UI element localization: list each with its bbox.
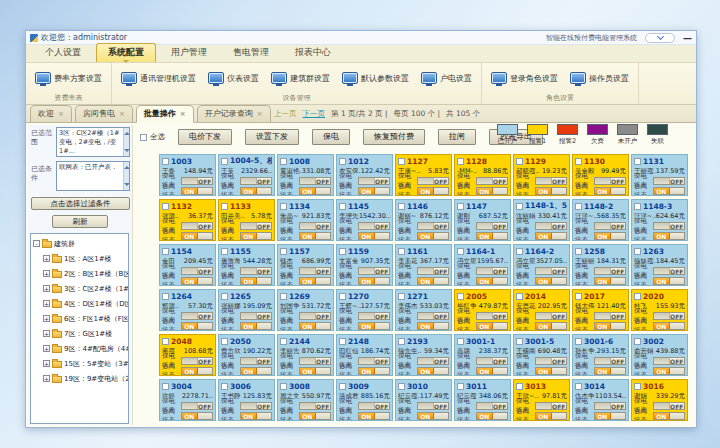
- tree-item-4[interactable]: +6区：F区1#楼（F区1#…: [33, 311, 128, 326]
- room-checkbox[interactable]: [162, 338, 169, 345]
- ribbon-button-1-2[interactable]: 建筑群设置: [266, 70, 335, 86]
- doc-tab-2[interactable]: 批量操作×: [136, 105, 194, 123]
- room-checkbox[interactable]: [221, 293, 228, 300]
- prev-page-link[interactable]: 上一页: [274, 109, 297, 119]
- ribbon-button-1-0[interactable]: 通讯管理机设置: [116, 70, 201, 86]
- room-card-3002[interactable]: 3002俞芳娟439.88元保电状态OFF合闸状态ON: [631, 334, 688, 376]
- room-card-1269[interactable]: 1269刘国争531.72元保电状态OFF合闸状态ON: [277, 289, 334, 331]
- room-card-3006[interactable]: 3006王书静125.83元保电状态OFF合闸状态ON: [218, 379, 275, 421]
- room-card-1270[interactable]: 1270王辉~..127.57元保电状态OFF合闸状态ON: [336, 289, 393, 331]
- tree-item-8[interactable]: +19区：9#变电站（2#…: [33, 371, 128, 386]
- room-card-1130[interactable]: 1130吴金毅99.49元保电状态OFF合闸状态ON: [572, 154, 629, 196]
- tree-item-6[interactable]: +9区：4#配电房（4#配…: [33, 341, 128, 356]
- room-checkbox[interactable]: [221, 338, 228, 345]
- filter-select-button[interactable]: 点击选择过滤条件: [31, 197, 130, 210]
- toolbar-button-4[interactable]: 拉闸: [438, 129, 476, 145]
- expand-icon[interactable]: -: [33, 240, 40, 247]
- ribbon-collapse-button[interactable]: [645, 33, 675, 43]
- room-checkbox[interactable]: [162, 293, 169, 300]
- room-checkbox[interactable]: [398, 203, 405, 210]
- room-checkbox[interactable]: [398, 293, 405, 300]
- close-tab-icon[interactable]: ×: [119, 110, 125, 118]
- expand-icon[interactable]: +: [43, 360, 50, 367]
- room-checkbox[interactable]: [457, 383, 464, 390]
- room-card-2017[interactable]: 2017钱大伟121.40元保电状态OFF合闸状态ON: [572, 289, 629, 331]
- room-card-3001-5[interactable]: 3001-5王楠南690.48元保电状态OFF合闸状态ON: [513, 334, 570, 376]
- room-checkbox[interactable]: [516, 248, 523, 255]
- expand-icon[interactable]: +: [43, 345, 50, 352]
- close-tab-icon[interactable]: ×: [58, 110, 64, 118]
- room-card-3011[interactable]: 3011纪云霞348.06元保电状态OFF合闸状态ON: [454, 379, 511, 421]
- room-checkbox[interactable]: [575, 158, 582, 165]
- room-card-1148-3[interactable]: 1148-3汪洋~..624.64元保电状态OFF合闸状态ON: [631, 199, 688, 241]
- room-checkbox[interactable]: [221, 248, 228, 255]
- room-card-3013[interactable]: 3013王欣~..97.81元保电状态OFF合闸状态ON: [513, 379, 570, 421]
- room-checkbox[interactable]: [339, 383, 346, 390]
- menu-tab-4[interactable]: 报表中心: [284, 44, 342, 62]
- room-card-1127[interactable]: 1127王康~..5.83元保电状态OFF合闸状态ON: [395, 154, 452, 196]
- room-card-2020[interactable]: 2020桂飞155.93元保电状态OFF合闸状态ON: [631, 289, 688, 331]
- tree-root[interactable]: -建筑群: [33, 236, 128, 251]
- tree-item-2[interactable]: +3区：C区2#楼（1#变…: [33, 281, 128, 296]
- room-checkbox[interactable]: [280, 338, 287, 345]
- room-card-3014[interactable]: 3014仇杰争1103.54..保电状态OFF合闸状态ON: [572, 379, 629, 421]
- room-checkbox[interactable]: [634, 248, 641, 255]
- doc-tab-0[interactable]: 欢迎×: [30, 105, 72, 123]
- room-checkbox[interactable]: [221, 158, 228, 165]
- doc-tab-3[interactable]: 开户记录查询×: [197, 105, 271, 123]
- scrollbar[interactable]: [123, 128, 129, 156]
- doc-tab-1[interactable]: 房间售电×: [75, 105, 133, 123]
- room-card-1271[interactable]: 1271李伟杰533.03元保电状态OFF合闸状态ON: [395, 289, 452, 331]
- scrollbar[interactable]: [123, 162, 129, 190]
- room-checkbox[interactable]: [339, 158, 346, 165]
- room-card-1132[interactable]: 1132张源..36.37元保电状态OFF合闸状态ON: [159, 199, 216, 241]
- toolbar-button-0[interactable]: 电价下发: [178, 129, 232, 145]
- ribbon-button-2-0[interactable]: 登录角色设置: [486, 70, 563, 86]
- menu-tab-2[interactable]: 用户管理: [160, 44, 218, 62]
- toolbar-button-2[interactable]: 保电: [312, 129, 350, 145]
- ribbon-button-1-1[interactable]: 仪表设置: [203, 70, 264, 86]
- room-checkbox[interactable]: [457, 293, 464, 300]
- expand-icon[interactable]: +: [43, 315, 50, 322]
- room-card-1263[interactable]: 1263徐妹霞..184.45元保电状态OFF合闸状态ON: [631, 244, 688, 286]
- room-checkbox[interactable]: [221, 203, 228, 210]
- ribbon-button-1-4[interactable]: 户电设置: [416, 70, 477, 86]
- room-card-1008[interactable]: 1008黄淑艳..331.08元保电状态OFF合闸状态ON: [277, 154, 334, 196]
- room-checkbox[interactable]: [162, 383, 169, 390]
- room-card-1133[interactable]: 1133田井美..5.78元保电状态OFF合闸状态ON: [218, 199, 275, 241]
- room-checkbox[interactable]: [516, 203, 523, 210]
- room-card-1131[interactable]: 1131王丽霞..137.59元保电状态OFF合闸状态ON: [631, 154, 688, 196]
- room-checkbox[interactable]: [634, 383, 641, 390]
- room-checkbox[interactable]: [457, 338, 464, 345]
- room-card-2005[interactable]: 2005毕红争479.87元保电状态OFF合闸状态ON: [454, 289, 511, 331]
- room-card-1164-2[interactable]: 1164-2冯立星3527.05..保电状态OFF合闸状态ON: [513, 244, 570, 286]
- room-checkbox[interactable]: [516, 158, 523, 165]
- room-checkbox[interactable]: [162, 248, 169, 255]
- select-all-checkbox[interactable]: [140, 134, 147, 141]
- room-card-1258[interactable]: 1258王丽丽184.31元保电状态OFF合闸状态ON: [572, 244, 629, 286]
- menu-tab-3[interactable]: 售电管理: [222, 44, 280, 62]
- room-checkbox[interactable]: [280, 203, 287, 210]
- room-checkbox[interactable]: [398, 383, 405, 390]
- expand-icon[interactable]: +: [43, 285, 50, 292]
- room-checkbox[interactable]: [339, 248, 346, 255]
- room-card-2050[interactable]: 2050费方欣190.22元保电状态OFF合闸状态ON: [218, 334, 275, 376]
- room-checkbox[interactable]: [457, 248, 464, 255]
- room-card-2193[interactable]: 2193徐先生..59.34元保电状态OFF合闸状态ON: [395, 334, 452, 376]
- room-card-1155[interactable]: 1155唐海海544.28元保电状态OFF合闸状态ON: [218, 244, 275, 286]
- room-checkbox[interactable]: [162, 158, 169, 165]
- tree-item-3[interactable]: +4区：D区1#楼（D区1…: [33, 296, 128, 311]
- room-checkbox[interactable]: [634, 338, 641, 345]
- ribbon-button-0-0[interactable]: 费率方案设置: [30, 70, 107, 86]
- room-checkbox[interactable]: [575, 338, 582, 345]
- room-checkbox[interactable]: [516, 383, 523, 390]
- room-card-2148[interactable]: 2148田红仙186.74元保电状态OFF合闸状态ON: [336, 334, 393, 376]
- menu-tab-1[interactable]: 系统配置: [96, 43, 156, 62]
- room-card-1129[interactable]: 1129郝晓霞..19.23元保电状态OFF合闸状态ON: [513, 154, 570, 196]
- room-checkbox[interactable]: [398, 158, 405, 165]
- room-card-1003[interactable]: 1003王春148.94元保电状态OFF合闸状态ON: [159, 154, 216, 196]
- selected-condition-box[interactable]: 联网表：已开户表．: [56, 161, 130, 191]
- close-tab-icon[interactable]: ×: [180, 110, 186, 118]
- room-checkbox[interactable]: [575, 293, 582, 300]
- room-card-1145[interactable]: 1145李理先..1542.30..保电状态OFF合闸状态ON: [336, 199, 393, 241]
